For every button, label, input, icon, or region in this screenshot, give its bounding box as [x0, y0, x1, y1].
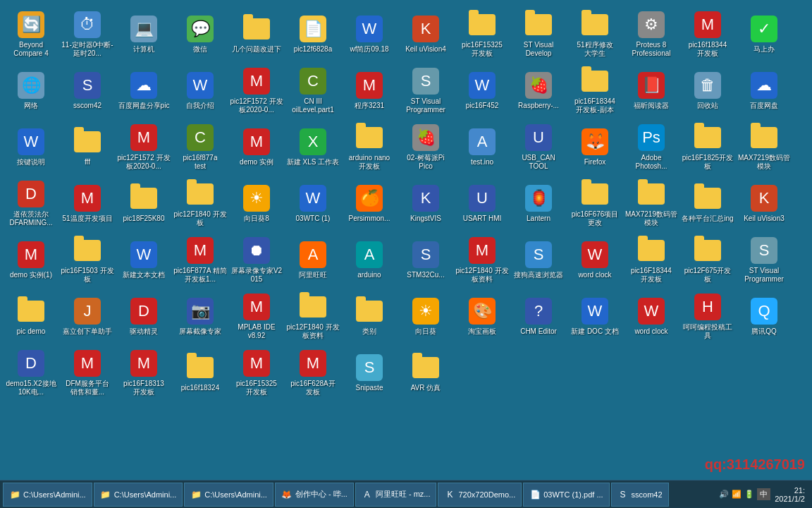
desktop-icon-huishouzhan[interactable]: 🗑回收站: [679, 62, 736, 119]
desktop-icon-pic12f6828a[interactable]: 📄pic12f6828a: [285, 6, 341, 62]
desktop-icon-pic12f1840-ziliao[interactable]: Mpic12F1840 开发板资料: [454, 231, 510, 288]
taskbar-item-tb4[interactable]: 🦊创作中心 - 哔...: [275, 483, 354, 507]
desktop-icon-gezhong-pingtai[interactable]: 各种平台汇总ing: [679, 175, 736, 231]
clock-display[interactable]: 21: 2021/1/2: [775, 486, 805, 503]
desktop-icon-xinjian-doc[interactable]: W新建 DOC 文档: [567, 288, 623, 344]
desktop-icon-pic12f1572-dev2[interactable]: Mpic12F1572 开发板2020-0...: [116, 119, 172, 175]
desktop-icon-word-clock2[interactable]: Wword clock: [623, 288, 679, 344]
desktop-icon-pic16f452[interactable]: Wpic16F452: [454, 62, 510, 119]
desktop-icon-network[interactable]: 🌐网络: [3, 62, 59, 119]
desktop-icon-computer[interactable]: 💻计算机: [116, 6, 172, 62]
desktop-icon-wechat[interactable]: 💬微信: [172, 6, 228, 62]
desktop-icon-excel-work[interactable]: X新建 XLS 工作表: [285, 119, 341, 175]
desktop-icon-jiajie-download[interactable]: J嘉立创下单助手: [59, 288, 116, 344]
desktop-icon-51-modify[interactable]: 51程序修改大学生: [567, 6, 623, 62]
desktop-icon-xinjian-txt[interactable]: W新建文本文档: [116, 231, 172, 288]
desktop-icon-qudong-jiling[interactable]: D驱动精灵: [116, 288, 172, 344]
desktop-icon-usart-hmi[interactable]: UUSART HMI: [454, 175, 510, 231]
desktop-icon-sousou-browser[interactable]: S搜狗高速浏览器: [510, 231, 567, 288]
desktop-icon-pic16f18344-dev[interactable]: pic16F18344开发板: [623, 231, 679, 288]
desktop-icon-sscom42[interactable]: Ssscom42: [59, 62, 116, 119]
desktop-icon-ziwo-jieshao[interactable]: W自我介绍: [172, 62, 228, 119]
desktop-icon-chm-editor[interactable]: ?CHM Editor: [510, 288, 567, 344]
desktop-icon-arduino-nano-dev[interactable]: arduino nano开发板: [341, 119, 398, 175]
desktop-icon-usb-can-tool[interactable]: UUSB_CANTOOL: [510, 119, 567, 175]
desktop-icon-leibie-folder[interactable]: 类别: [341, 288, 398, 344]
desktop-icon-pic18f25k80[interactable]: pic18F25K80: [116, 175, 172, 231]
desktop-icon-anjian-shuoming[interactable]: W按键说明: [3, 119, 59, 175]
desktop-icon-xianriku[interactable]: ☀向日葵: [398, 288, 454, 344]
desktop-icon-pic16f18344[interactable]: Mpic16f18344开发板: [679, 6, 736, 62]
desktop-icon-pic12f675-dev[interactable]: pic12F675开发板: [679, 231, 736, 288]
desktop-icon-cn3-oillevel[interactable]: CCN IIIoilLevel.part1: [285, 62, 341, 119]
desktop-icon-word-clock[interactable]: Wword clock: [567, 231, 623, 288]
desktop-icon-pic16f18313-dev[interactable]: Mpic16F18313开发板: [116, 344, 172, 401]
volume-icon[interactable]: 🔊: [719, 490, 729, 499]
desktop-icon-fff-folder[interactable]: fff: [59, 119, 116, 175]
network-icon[interactable]: 📶: [732, 490, 742, 499]
desktop-icon-pic16f1825-dev[interactable]: pic16F1825开发板: [679, 119, 736, 175]
desktop-icon-pic16f877a-jing[interactable]: Mpic16F877A 精简开发板1...: [172, 231, 228, 288]
desktop-icon-raspberry[interactable]: 🍓Raspberry-...: [510, 62, 567, 119]
desktop-icon-timer11[interactable]: ⏱11-定时器0中断-延时20...: [59, 6, 116, 62]
desktop-icon-st-visual-prog2[interactable]: SST VisualProgrammer: [736, 231, 792, 288]
lang-indicator[interactable]: 中: [757, 488, 770, 500]
desktop-icon-demo-shili[interactable]: Mdemo 实例: [228, 119, 285, 175]
desktop-icon-keil4[interactable]: KKeil uVision4: [398, 6, 454, 62]
desktop-icon-baiduyunpan[interactable]: ☁百度网盘分享pic: [116, 62, 172, 119]
desktop-icon-max7219-mokuai[interactable]: MAX7219数码管模块: [736, 119, 792, 175]
desktop-icon-daofa-farming[interactable]: D道依茨法尔DFARMING...: [3, 175, 59, 231]
desktop-icon-st-visual-programmer[interactable]: SST VisualProgrammer: [398, 62, 454, 119]
desktop-icon-raspberrypi-pico[interactable]: 🍓02-树莓派PiPico: [398, 119, 454, 175]
taskbar-item-tb5[interactable]: A阿里旺旺 - mz...: [355, 483, 437, 507]
desktop-icon-pic12f1572-dev-2020[interactable]: Mpic12F1572 开发板2020-0...: [228, 62, 285, 119]
desktop-icon-xianri8[interactable]: ☀向日葵8: [228, 175, 285, 231]
desktop-icon-screenshot-expert[interactable]: 📷屏幕截像专家: [172, 288, 228, 344]
desktop-icon-max7219-mokuai2[interactable]: MAX7219数码管模块: [623, 175, 679, 231]
taskbar-item-tb7[interactable]: 📄03WTC (1).pdf ...: [523, 483, 609, 507]
desktop-icon-lantern[interactable]: 🏮Lantern: [510, 175, 567, 231]
desktop-icon-arduino[interactable]: Aarduino: [341, 231, 398, 288]
desktop-icon-pic16f877a-test[interactable]: Cpic16f877atest: [172, 119, 228, 175]
desktop-icon-hehe-bianjiqinggong[interactable]: H呵呵编程投稿工具: [679, 288, 736, 344]
desktop-icon-stm32cube[interactable]: SSTM32Cu...: [398, 231, 454, 288]
desktop-icon-pic16f628a-dev[interactable]: Mpic16F628A开发板: [285, 344, 341, 401]
desktop-icon-tencent-qq[interactable]: Q腾讯QQ: [736, 288, 792, 344]
desktop-icon-baiduwangpan[interactable]: ☁百度网盘: [736, 62, 792, 119]
desktop-icon-mplab-ide[interactable]: MMPLAB IDEv8.92: [228, 288, 285, 344]
desktop-icon-demo-shili1[interactable]: Mdemo 实例(1): [3, 231, 59, 288]
taskbar-item-tb6[interactable]: K720x720Demo...: [438, 483, 522, 507]
desktop-icon-keil3[interactable]: KKeil uVision3: [736, 175, 792, 231]
desktop-icon-folder-pic16f15325[interactable]: pic16F15325开发板: [454, 6, 510, 62]
desktop-icon-pic16f676-update[interactable]: pic16F676项目更改: [567, 175, 623, 231]
desktop-icon-kingstvis[interactable]: KKingstVIS: [398, 175, 454, 231]
desktop-icon-beyond-compare[interactable]: 🔄BeyondCompare 4: [3, 6, 59, 62]
desktop-icon-chengxu3231[interactable]: M程序3231: [341, 62, 398, 119]
desktop-icon-snipaste[interactable]: SSnipaste: [341, 344, 398, 401]
taskbar-item-tb3[interactable]: 📁C:\Users\Admini...: [184, 483, 273, 507]
desktop-icon-03wtc1[interactable]: W03WTC (1): [285, 175, 341, 231]
desktop-icon-persimmon[interactable]: 🍊Persimmon...: [341, 175, 398, 231]
desktop-icon-screen-recorder[interactable]: ⏺屏幕录像专家V2015: [228, 231, 285, 288]
desktop-icon-pic16f18344-copy[interactable]: pic16F18344开发板-副本: [567, 62, 623, 119]
desktop-icon-adobe-photoshop[interactable]: PsAdobePhotosh...: [623, 119, 679, 175]
desktop-icon-pic16f15325-2[interactable]: Mpic16F15325开发板: [228, 344, 285, 401]
desktop-icon-pic16f18324[interactable]: pic16f18324: [172, 344, 228, 401]
desktop-icon-51-temp-dev[interactable]: M51温度开发项目: [59, 175, 116, 231]
desktop-icon-demo15x2-ground[interactable]: Ddemo15.X2接地10K电...: [3, 344, 59, 401]
desktop-icon-pic12f1840-dev[interactable]: pic12F1840 开发板: [172, 175, 228, 231]
desktop-icon-wf-jianli[interactable]: Wwf简历09.18: [341, 6, 398, 62]
desktop-icon-pic-demo[interactable]: pic demo: [3, 288, 59, 344]
desktop-icon-fuxin-reader[interactable]: 📕福昕阅读器: [623, 62, 679, 119]
taskbar-item-tb1[interactable]: 📁C:\Users\Admini...: [3, 483, 92, 507]
desktop-icon-pic12f1840-ziliao2[interactable]: pic12F1840 开发板资料: [285, 288, 341, 344]
desktop-icon-folder-jigewenti[interactable]: 几个问题改进下: [228, 6, 285, 62]
desktop-icon-st-visual-develop[interactable]: ST VisualDevelop: [510, 6, 567, 62]
desktop-icon-pic16f1503-dev[interactable]: pic16F1503 开发板: [59, 231, 116, 288]
desktop-icon-avr-fangzhen[interactable]: AVR 仿真: [398, 344, 454, 401]
desktop-icon-test-ino[interactable]: Atest.ino: [454, 119, 510, 175]
taskbar-item-tb2[interactable]: 📁C:\Users\Admini...: [94, 483, 183, 507]
desktop-icon-mashangban[interactable]: ✓马上办: [736, 6, 792, 62]
desktop-icon-dfm-service[interactable]: MDFM服务平台销售和董...: [59, 344, 116, 401]
taskbar-item-tb8[interactable]: Ssscom42: [611, 483, 669, 507]
